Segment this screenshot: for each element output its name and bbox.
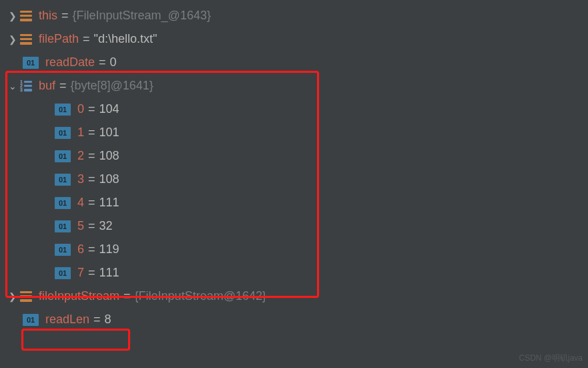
array-value: 111: [99, 196, 119, 210]
equals: =: [88, 196, 95, 210]
primitive-icon: 01: [55, 197, 71, 209]
array-value: 101: [99, 126, 119, 140]
primitive-icon: 01: [55, 267, 71, 279]
primitive-icon: 01: [55, 150, 71, 162]
object-icon: [20, 11, 32, 21]
watermark: CSDN @明矶java: [519, 353, 583, 364]
primitive-icon: 01: [55, 174, 71, 186]
primitive-icon: 01: [55, 244, 71, 256]
var-readDate[interactable]: 01 readDate = 0: [0, 51, 588, 74]
array-element[interactable]: ❯017=111: [0, 261, 588, 285]
var-value: {FileInputStream_@1643}: [73, 9, 211, 23]
array-index: 0: [77, 102, 84, 116]
var-fileInputStream[interactable]: ❯ fileInputStream = {FileInputStream@164…: [0, 285, 588, 308]
array-index: 3: [77, 172, 84, 186]
array-element[interactable]: ❯011=101: [0, 121, 588, 144]
var-name: readDate: [45, 55, 95, 69]
equals: =: [88, 266, 95, 280]
array-element[interactable]: ❯013=108: [0, 168, 588, 191]
equals: =: [83, 32, 90, 46]
array-index: 5: [77, 219, 84, 233]
equals: =: [88, 102, 95, 116]
primitive-icon: 01: [55, 220, 71, 232]
var-name: fileInputStream: [39, 289, 119, 303]
equals: =: [93, 313, 101, 327]
var-name: readLen: [45, 313, 89, 327]
var-value: {byte[8]@1641}: [70, 79, 153, 93]
debug-variables-tree: ❯ this = {FileInputStream_@1643} ❯ fileP…: [0, 0, 588, 335]
array-index: 6: [77, 242, 84, 256]
var-value: 0: [110, 55, 117, 69]
array-value: 32: [99, 219, 113, 233]
chevron-right-icon[interactable]: ❯: [5, 34, 20, 45]
array-value: 104: [99, 102, 119, 116]
array-icon: 123: [20, 81, 32, 91]
object-icon: [20, 34, 32, 45]
array-element[interactable]: ❯014=111: [0, 191, 588, 214]
array-index: 2: [77, 149, 84, 163]
var-buf[interactable]: ⌄ 123 buf = {byte[8]@1641}: [0, 74, 588, 98]
array-index: 7: [77, 266, 84, 280]
array-index: 4: [77, 196, 84, 210]
object-icon: [20, 291, 32, 302]
equals: =: [59, 79, 67, 93]
var-value: 8: [105, 313, 111, 327]
var-value: "d:\hello.txt": [94, 32, 158, 46]
buf-children: ❯010=104❯011=101❯012=108❯013=108❯014=111…: [0, 98, 588, 285]
array-element[interactable]: ❯016=119: [0, 238, 588, 261]
var-filePath[interactable]: ❯ filePath = "d:\hello.txt": [0, 27, 588, 51]
equals: =: [123, 289, 131, 303]
array-value: 108: [99, 172, 119, 186]
primitive-icon: 01: [55, 104, 71, 116]
array-element[interactable]: ❯015=32: [0, 214, 588, 238]
var-name: this: [39, 9, 57, 23]
primitive-icon: 01: [23, 314, 39, 326]
chevron-down-icon[interactable]: ⌄: [5, 81, 20, 91]
chevron-right-icon[interactable]: ❯: [5, 291, 20, 302]
array-index: 1: [77, 126, 84, 140]
array-element[interactable]: ❯012=108: [0, 144, 588, 168]
array-value: 119: [99, 242, 119, 256]
equals: =: [88, 126, 95, 140]
chevron-right-icon[interactable]: ❯: [5, 11, 20, 21]
var-name: filePath: [39, 32, 79, 46]
equals: =: [88, 172, 95, 186]
equals: =: [88, 219, 95, 233]
var-readLen[interactable]: 01 readLen = 8: [0, 308, 588, 331]
array-element[interactable]: ❯010=104: [0, 98, 588, 121]
var-name: buf: [39, 79, 55, 93]
primitive-icon: 01: [23, 57, 39, 69]
var-this[interactable]: ❯ this = {FileInputStream_@1643}: [0, 4, 588, 27]
var-value: {FileInputStream@1642}: [135, 289, 266, 303]
primitive-icon: 01: [55, 127, 71, 139]
equals: =: [88, 242, 95, 256]
equals: =: [99, 55, 106, 69]
equals: =: [88, 149, 95, 163]
equals: =: [61, 9, 69, 23]
array-value: 111: [99, 266, 119, 280]
array-value: 108: [99, 149, 119, 163]
